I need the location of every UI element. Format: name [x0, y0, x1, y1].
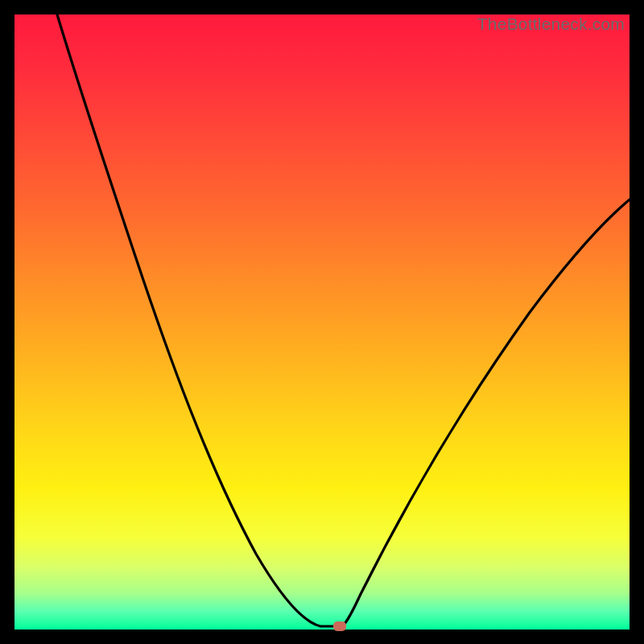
curve-path [57, 14, 630, 626]
chart-frame: TheBottleneck.com [0, 0, 644, 644]
plot-area: TheBottleneck.com [14, 14, 630, 630]
optimum-marker [333, 621, 346, 631]
bottleneck-curve [14, 14, 630, 630]
